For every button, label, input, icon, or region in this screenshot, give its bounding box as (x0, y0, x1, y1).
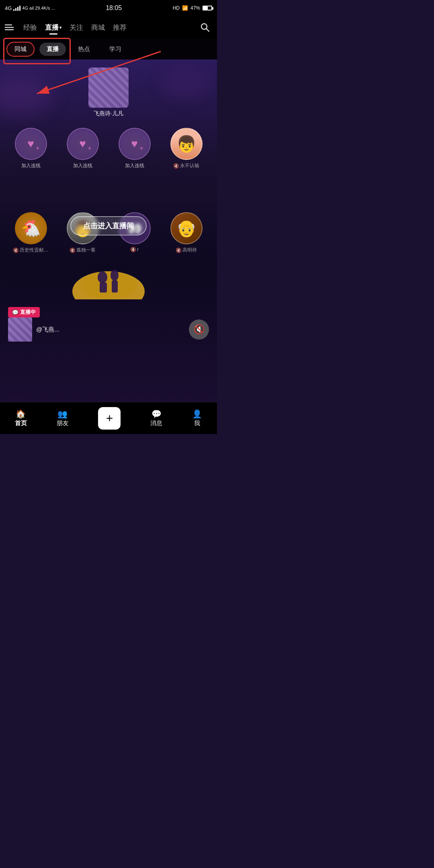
bottom-nav: 🏠 首页 👥 朋友 + 💬 消息 👤 我 (0, 402, 217, 434)
streamer-avatar[interactable] (88, 68, 129, 108)
svg-rect-7 (112, 280, 118, 293)
mute-button[interactable]: 🔇 (189, 319, 209, 340)
stream-name-text: @飞燕... (36, 326, 59, 334)
status-bar: 4G 4G ail 29.4K/s ... 18:05 HD 📶 47% (0, 0, 217, 16)
sub-tabs: 同城 直播 热点 学习 (0, 39, 217, 59)
add-connection-btn-2[interactable]: ♥ + (67, 128, 99, 160)
mute-icon-5: 🔇 (13, 248, 19, 253)
viewer-item-3: ♥ + 加入连线 (112, 128, 157, 169)
tab-live[interactable]: 直播 ▾ (41, 20, 66, 35)
network-type: 4G (5, 5, 12, 11)
subtab-live[interactable]: 直播 (39, 43, 66, 56)
viewer-item-2: ♥ + 加入连线 (60, 128, 105, 169)
viewer-avatar-8[interactable]: 👴 (170, 212, 203, 244)
heart-icon-3: ♥ (131, 137, 138, 150)
bg-decor2 (161, 68, 209, 100)
dropdown-arrow-icon: ▾ (59, 25, 61, 30)
viewers-row1: ♥ + 加入连线 ♥ + 加入连线 ♥ + 加入连线 👦 🔇 (0, 128, 217, 169)
viewer-item-8: 👴 🔇 高明祥 (164, 212, 209, 254)
viewer-label-3: 加入连线 (125, 162, 144, 169)
battery-fill (203, 6, 208, 10)
viewer-item-4: 👦 🔇 永不认输 (164, 128, 209, 169)
wifi-icon: 📶 (182, 5, 188, 11)
status-right: HD 📶 47% (173, 5, 212, 11)
mute-icon-8: 🔇 (176, 248, 182, 253)
messages-icon: 💬 (151, 409, 162, 419)
muted-label-8: 🔇 高明祥 (176, 247, 197, 254)
stream-info: @飞燕... (8, 317, 59, 342)
status-left: 4G 4G ail 29.4K/s ... (5, 5, 55, 11)
subtab-tongcheng[interactable]: 同城 (6, 42, 35, 57)
streamer-name: 飞燕诗·儿凡 (94, 110, 123, 117)
signal-bars (13, 5, 20, 11)
bg-decor1 (0, 76, 52, 116)
heart-icon-1: ♥ (27, 137, 34, 150)
viewer-avatar-5[interactable]: 🐔 (15, 212, 47, 244)
hd-label: HD (173, 5, 180, 11)
chat-bubble-icon: 💬 (12, 309, 18, 315)
plus-icon-2: + (88, 145, 91, 152)
svg-point-3 (80, 271, 137, 299)
tab-follow[interactable]: 关注 (66, 20, 87, 35)
svg-point-5 (111, 270, 119, 281)
svg-point-4 (98, 271, 107, 283)
svg-line-1 (206, 29, 209, 31)
menu-line2 (5, 27, 14, 28)
mute-icon: 🔇 (173, 163, 179, 169)
viewer-item-1: ♥ + 加入连线 (8, 128, 53, 169)
data-speed: 4G ail 29.4K/s ... (22, 6, 55, 10)
menu-icon[interactable] (5, 20, 19, 35)
viewer-avatar-4[interactable]: 👦 (170, 128, 203, 160)
battery-icon (203, 6, 212, 10)
muted-label-4: 🔇 永不认输 (173, 162, 199, 169)
stream-avatar-pixelated (8, 317, 32, 342)
streamer-avatar-image (88, 68, 129, 108)
add-connection-btn-3[interactable]: ♥ + (119, 128, 151, 160)
svg-rect-6 (100, 283, 107, 293)
home-icon: 🏠 (16, 409, 26, 419)
nav-bar: 经验 直播 ▾ 关注 商城 推荐 (0, 16, 217, 39)
tab-mall[interactable]: 商城 (87, 20, 109, 35)
heart-icon-2: ♥ (79, 137, 86, 150)
couple-silhouette (68, 247, 149, 299)
nav-messages[interactable]: 💬 消息 (150, 409, 162, 427)
muted-label-5: 🔇 历史性贡献… (13, 247, 49, 254)
live-badge: 💬 直播中 (8, 307, 40, 317)
bar4 (19, 6, 20, 11)
search-icon[interactable] (198, 20, 212, 35)
add-connection-btn-1[interactable]: ♥ + (15, 128, 47, 160)
main-content: 飞燕诗·儿凡 ♥ + 加入连线 ♥ + 加入连线 ♥ + 加入连线 (0, 59, 217, 402)
profile-icon: 👤 (192, 409, 202, 419)
viewer-label-1: 加入连线 (21, 162, 41, 169)
tab-recommend[interactable]: 推荐 (109, 20, 131, 35)
avatar-person-icon: 👦 (176, 135, 197, 154)
moon-illustration (52, 241, 165, 321)
plus-icon-1: + (36, 145, 39, 152)
create-plus-icon: + (106, 412, 113, 424)
nav-tabs: 经验 直播 ▾ 关注 商城 推荐 (19, 20, 198, 35)
subtab-hotspot[interactable]: 热点 (71, 43, 97, 56)
bar2 (15, 8, 16, 11)
stream-avatar-small (8, 317, 32, 342)
streamer-center: 飞燕诗·儿凡 (88, 68, 129, 117)
bar1 (13, 9, 14, 11)
friends-icon: 👥 (57, 409, 68, 419)
viewer-label-2: 加入连线 (73, 162, 92, 169)
bar3 (17, 7, 18, 11)
moon-svg (68, 247, 149, 299)
subtab-study[interactable]: 学习 (102, 43, 129, 56)
mute-icon-svg: 🔇 (194, 324, 205, 335)
chicken-icon: 🐔 (21, 219, 41, 238)
viewer-item-5: 🐔 🔇 历史性贡献… (8, 212, 53, 254)
plus-icon-3: + (139, 145, 143, 152)
menu-line3 (5, 29, 14, 30)
battery-percent: 47% (190, 5, 200, 11)
nav-friends[interactable]: 👥 朋友 (57, 409, 69, 427)
tab-jingyan[interactable]: 经验 (19, 20, 41, 35)
nav-home[interactable]: 🏠 首页 (15, 409, 27, 427)
nav-me[interactable]: 👤 我 (192, 409, 202, 427)
create-button[interactable]: + (98, 407, 121, 430)
menu-line1 (5, 25, 12, 25)
enter-room-button[interactable]: 点击进入直播间 (70, 216, 147, 235)
old-person-icon: 👴 (176, 219, 197, 238)
